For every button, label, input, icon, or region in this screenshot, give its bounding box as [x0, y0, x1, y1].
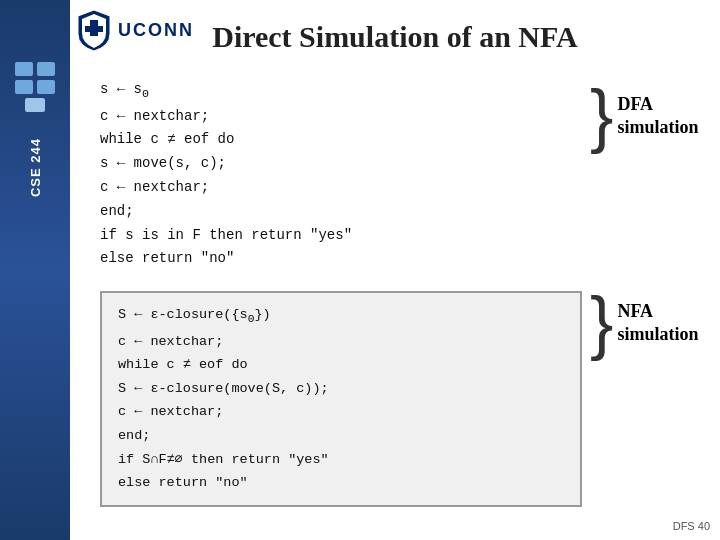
svg-rect-2 — [15, 62, 33, 76]
dfa-line8: else return "no" — [100, 247, 582, 271]
dfa-brace-icon: } — [590, 84, 613, 147]
slide-number: DFS 40 — [673, 520, 710, 532]
svg-rect-6 — [25, 98, 45, 112]
svg-rect-5 — [37, 80, 55, 94]
dfa-label-area: } DFAsimulation — [590, 74, 690, 147]
nfa-line5: c ← nextchar; — [118, 400, 564, 424]
dfa-line6: end; — [100, 200, 582, 224]
nfa-line8: else return "no" — [118, 471, 564, 495]
dfa-line7: if s is in F then return "yes" — [100, 224, 582, 248]
dfa-code-area: s ← s0 c ← nextchar; while c ≠ eof do s … — [100, 74, 582, 275]
nfa-code-area: S ← ε-closure({s0}) c ← nextchar; while … — [100, 281, 582, 507]
dfa-line5: c ← nextchar; — [100, 176, 582, 200]
nfa-line2: c ← nextchar; — [118, 330, 564, 354]
nfa-code-block: S ← ε-closure({s0}) c ← nextchar; while … — [100, 291, 582, 507]
nfa-section: S ← ε-closure({s0}) c ← nextchar; while … — [100, 281, 690, 507]
page-title: Direct Simulation of an NFA — [100, 20, 690, 54]
nfa-label-area: } NFAsimulation — [590, 281, 690, 354]
nfa-line7: if S∩F≠∅ then return "yes" — [118, 448, 564, 472]
nfa-line6: end; — [118, 424, 564, 448]
nfa-brace-icon: } — [590, 291, 613, 354]
svg-rect-4 — [15, 80, 33, 94]
dfa-simulation-label: DFAsimulation — [617, 93, 698, 138]
dfa-line2: c ← nextchar; — [100, 105, 582, 129]
svg-rect-3 — [37, 62, 55, 76]
dfa-line1: s ← s0 — [100, 78, 582, 105]
sidebar: CSE 244 — [0, 0, 70, 540]
dfa-code-block: s ← s0 c ← nextchar; while c ≠ eof do s … — [100, 74, 582, 275]
nfa-line1: S ← ε-closure({s0}) — [118, 303, 564, 329]
nfa-line3: while c ≠ eof do — [118, 353, 564, 377]
nfa-simulation-label: NFAsimulation — [617, 300, 698, 345]
nfa-line4: S ← ε-closure(move(S, c)); — [118, 377, 564, 401]
sidebar-emblem-icon — [13, 60, 57, 114]
sidebar-course-label: CSE 244 — [28, 138, 43, 197]
dfa-line3: while c ≠ eof do — [100, 128, 582, 152]
dfa-line4: s ← move(s, c); — [100, 152, 582, 176]
dfa-section: s ← s0 c ← nextchar; while c ≠ eof do s … — [100, 74, 690, 275]
main-content: Direct Simulation of an NFA s ← s0 c ← n… — [70, 0, 720, 540]
